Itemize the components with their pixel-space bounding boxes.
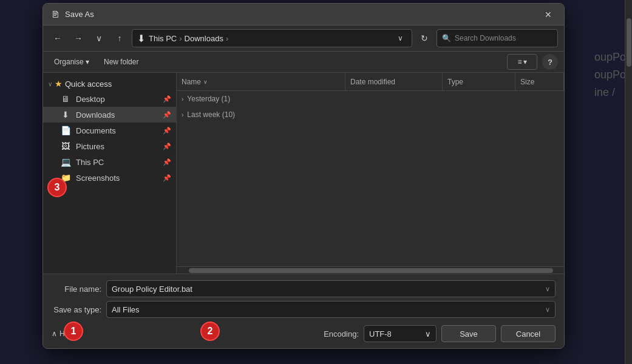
close-button[interactable]: ✕	[540, 6, 557, 23]
column-size-label: Size	[520, 78, 534, 86]
forward-button[interactable]: →	[70, 30, 87, 47]
content-area: ∨ ★ Quick access 🖥 Desktop 📌 ⬇ Downloads…	[43, 73, 564, 274]
search-icon: 🔍	[442, 34, 451, 42]
screenshots-pin-icon: 📌	[163, 174, 171, 182]
outer-scrollbar-thumb[interactable]	[627, 18, 631, 67]
quick-access-label: Quick access	[65, 79, 112, 89]
sidebar-item-documents[interactable]: 📄 Documents 📌	[43, 123, 176, 138]
back-button[interactable]: ←	[49, 30, 66, 47]
save-as-type-label: Save as type:	[52, 305, 106, 314]
dialog-icon: 🖹	[50, 10, 60, 19]
last-week-chevron: ›	[182, 112, 183, 118]
dropdown-button[interactable]: ∨	[90, 30, 107, 47]
refresh-button[interactable]: ↻	[416, 30, 433, 47]
crumb-this-pc: This PC	[149, 34, 177, 43]
sidebar-item-label-screenshots: Screenshots	[76, 174, 120, 183]
encoding-section: Encoding: UTF-8 ∨	[75, 325, 437, 342]
address-bar-area: ← → ∨ ↑ ⬇ This PC › Downloads › ∨ ↻ 🔍 Se…	[43, 25, 564, 52]
background-text: oupPo oupPo ine /	[594, 49, 626, 101]
sidebar: ∨ ★ Quick access 🖥 Desktop 📌 ⬇ Downloads…	[43, 73, 177, 274]
downloads-icon: ⬇	[60, 110, 71, 120]
outer-scrollbar[interactable]	[625, 0, 632, 364]
annotation-2: 2	[200, 322, 220, 341]
column-date[interactable]: Date modified	[345, 73, 443, 90]
horizontal-scrollbar[interactable]	[177, 266, 564, 274]
column-name-sort: ∨	[203, 79, 208, 85]
column-type-label: Type	[447, 78, 463, 86]
column-name[interactable]: Name ∨	[177, 73, 345, 90]
file-area: Name ∨ Date modified Type Size › Yesterd…	[177, 73, 564, 274]
title-bar: 🖹 Save As ✕	[43, 4, 564, 25]
search-placeholder: Search Downloads	[455, 34, 516, 42]
new-folder-button[interactable]: New folder	[99, 54, 143, 70]
help-button[interactable]: ?	[542, 54, 558, 70]
up-button[interactable]: ↑	[111, 30, 128, 47]
save-as-dialog: 🖹 Save As ✕ ← → ∨ ↑ ⬇ This PC › Download…	[42, 3, 565, 349]
yesterday-chevron: ›	[182, 96, 183, 103]
column-type[interactable]: Type	[443, 73, 515, 90]
save-as-type-dropdown-icon[interactable]: ∨	[545, 306, 550, 314]
last-week-label: Last week (10)	[187, 110, 235, 119]
horizontal-scrollbar-thumb[interactable]	[189, 268, 553, 273]
encoding-value: UTF-8	[369, 329, 392, 339]
address-box[interactable]: ⬇ This PC › Downloads › ∨	[132, 29, 412, 47]
quick-access-section: ∨ ★ Quick access 🖥 Desktop 📌 ⬇ Downloads…	[43, 76, 176, 186]
documents-pin-icon: 📌	[163, 127, 171, 135]
encoding-select[interactable]: UTF-8 ∨	[364, 325, 437, 342]
cancel-button[interactable]: Cancel	[501, 325, 556, 342]
file-list-body: › Yesterday (1) › Last week (10)	[177, 91, 564, 266]
quick-access-chevron: ∨	[48, 81, 52, 87]
view-button[interactable]: ≡ ▾	[507, 54, 537, 70]
save-as-type-value: All Files	[112, 305, 140, 314]
save-as-type-input[interactable]: All Files ∨	[106, 301, 556, 318]
sidebar-item-downloads[interactable]: ⬇ Downloads 📌	[43, 107, 176, 123]
title-bar-controls: ✕	[540, 6, 557, 23]
file-name-dropdown-icon[interactable]: ∨	[545, 285, 550, 293]
bottom-area: File name: Group Policy Editor.bat ∨ Sav…	[43, 274, 564, 348]
downloads-pin-icon: 📌	[163, 111, 171, 119]
file-name-input[interactable]: Group Policy Editor.bat ∨	[106, 280, 556, 297]
file-group-yesterday[interactable]: › Yesterday (1)	[177, 91, 564, 107]
file-group-last-week[interactable]: › Last week (10)	[177, 107, 564, 123]
dialog-title: Save As	[65, 10, 540, 19]
sidebar-item-label-downloads: Downloads	[76, 110, 115, 120]
form-actions: ∧ Hide Encoding: UTF-8 ∨ Save Cancel	[52, 322, 556, 342]
sidebar-item-label-desktop: Desktop	[76, 95, 105, 104]
save-button[interactable]: Save	[441, 325, 496, 342]
file-name-value: Group Policy Editor.bat	[112, 285, 192, 294]
sidebar-item-this-pc[interactable]: 💻 This PC 📌	[43, 154, 176, 170]
sidebar-item-label-this-pc: This PC	[76, 158, 104, 167]
this-pc-pin-icon: 📌	[163, 158, 171, 166]
sidebar-item-desktop[interactable]: 🖥 Desktop 📌	[43, 91, 176, 107]
download-dir-icon: ⬇	[137, 33, 145, 44]
sidebar-item-label-pictures: Pictures	[76, 142, 104, 151]
hide-chevron-icon: ∧	[52, 329, 57, 338]
column-name-label: Name	[182, 78, 201, 86]
column-date-label: Date modified	[350, 78, 395, 86]
search-box[interactable]: 🔍 Search Downloads	[437, 29, 558, 47]
organise-button[interactable]: Organise ▾	[49, 54, 94, 70]
save-as-type-row: Save as type: All Files ∨	[52, 301, 556, 318]
breadcrumb: This PC › Downloads ›	[149, 34, 390, 43]
file-name-row: File name: Group Policy Editor.bat ∨	[52, 280, 556, 297]
encoding-label: Encoding:	[324, 329, 359, 339]
pictures-icon: 🖼	[60, 141, 71, 151]
documents-icon: 📄	[60, 126, 71, 135]
this-pc-icon: 💻	[60, 157, 71, 167]
pictures-pin-icon: 📌	[163, 143, 171, 150]
crumb-separator-2: ›	[226, 34, 228, 43]
toolbar: Organise ▾ New folder ≡ ▾ ?	[43, 52, 564, 73]
column-size[interactable]: Size	[515, 73, 564, 90]
crumb-separator-1: ›	[179, 34, 182, 43]
address-dropdown-button[interactable]: ∨	[393, 32, 407, 45]
yesterday-label: Yesterday (1)	[187, 95, 230, 103]
star-icon: ★	[55, 79, 63, 89]
desktop-pin-icon: 📌	[163, 95, 171, 103]
quick-access-header[interactable]: ∨ ★ Quick access	[43, 76, 176, 91]
file-name-label: File name:	[52, 285, 106, 294]
sidebar-item-label-documents: Documents	[76, 126, 116, 135]
sidebar-item-pictures[interactable]: 🖼 Pictures 📌	[43, 138, 176, 154]
crumb-downloads: Downloads	[185, 34, 223, 43]
view-dropdown-icon: ▾	[523, 58, 527, 66]
view-icon: ≡	[517, 58, 522, 66]
